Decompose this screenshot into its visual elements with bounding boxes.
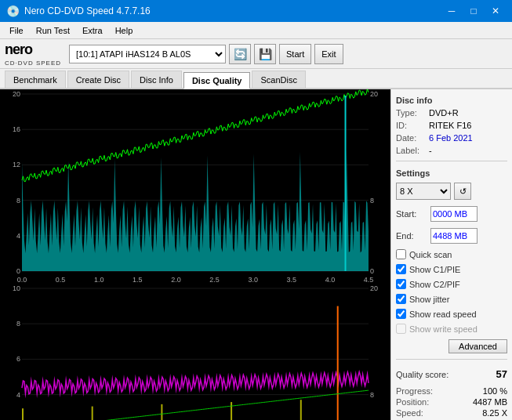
disc-date-value: 6 Feb 2021 [429, 133, 473, 143]
disc-type-label: Type: [396, 108, 426, 118]
end-field[interactable] [430, 228, 478, 244]
tab-scan-disc[interactable]: ScanDisc [252, 71, 305, 88]
show-c2-checkbox[interactable] [396, 279, 406, 289]
menu-file[interactable]: File [3, 24, 30, 37]
tab-disc-quality[interactable]: Disc Quality [183, 72, 251, 89]
tab-benchmark[interactable]: Benchmark [5, 71, 66, 88]
toolbar: nero CD·DVD SPEED [10:1] ATAPI iHAS124 B… [0, 39, 512, 69]
show-c2-label: Show C2/PIF [409, 280, 460, 289]
show-c2-row: Show C2/PIF [396, 279, 507, 289]
quality-score-row: Quality score: 57 [396, 368, 507, 380]
separator-1 [396, 161, 507, 161]
show-write-speed-checkbox [396, 324, 406, 334]
start-row: Start: [396, 206, 507, 222]
exit-button[interactable]: Exit [314, 44, 343, 64]
menu-bar: File Run Test Extra Help [0, 22, 512, 39]
show-jitter-row: Show jitter [396, 294, 507, 304]
show-write-speed-row: Show write speed [396, 324, 507, 334]
quick-scan-row: Quick scan [396, 249, 507, 259]
quality-score-value: 57 [496, 368, 507, 380]
start-button[interactable]: Start [279, 44, 311, 64]
menu-run-test[interactable]: Run Test [30, 24, 76, 37]
save-button[interactable]: 💾 [254, 44, 276, 64]
end-label: End: [396, 231, 427, 241]
quick-scan-checkbox[interactable] [396, 249, 406, 259]
disc-date-label: Date: [396, 133, 426, 143]
refresh-settings-button[interactable]: ↺ [454, 183, 471, 200]
logo-text: nero [5, 42, 61, 58]
refresh-button[interactable]: 🔄 [229, 44, 251, 64]
menu-extra[interactable]: Extra [76, 24, 109, 37]
tabs: Benchmark Create Disc Disc Info Disc Qua… [0, 69, 512, 89]
charts-and-stats: PI Errors Average: 1.01 Maximum: 20 Tota… [0, 89, 391, 420]
disc-id-row: ID: RITEK F16 [396, 121, 507, 130]
progress-progress-row: Progress: 100 % [396, 386, 507, 396]
disc-id-value: RITEK F16 [429, 121, 471, 130]
show-c1-row: Show C1/PIE [396, 264, 507, 274]
start-label: Start: [396, 209, 427, 219]
disc-label-label: Label: [396, 146, 426, 155]
progress-progress-label: Progress: [396, 386, 433, 396]
title-bar-text: Nero CD-DVD Speed 4.7.7.16 [24, 5, 151, 16]
show-jitter-checkbox[interactable] [396, 294, 406, 304]
progress-speed-row: Speed: 8.25 X [396, 408, 507, 418]
drive-select[interactable]: [10:1] ATAPI iHAS124 B AL0S [69, 45, 226, 63]
advanced-button[interactable]: Advanced [448, 339, 507, 353]
progress-speed-value: 8.25 X [482, 408, 507, 418]
lower-chart [0, 284, 390, 420]
show-c1-label: Show C1/PIE [409, 265, 460, 274]
progress-position-row: Position: 4487 MB [396, 397, 507, 407]
show-read-speed-label: Show read speed [409, 310, 477, 319]
progress-position-label: Position: [396, 397, 429, 407]
title-bar: 💿 Nero CD-DVD Speed 4.7.7.16 ─ □ ✕ [0, 0, 512, 22]
progress-progress-value: 100 % [483, 386, 507, 396]
logo-sub: CD·DVD SPEED [5, 60, 61, 67]
separator-2 [396, 359, 507, 360]
speed-row: 8 X ↺ [396, 183, 507, 200]
main-content: PI Errors Average: 1.01 Maximum: 20 Tota… [0, 89, 512, 420]
app-icon: 💿 [6, 5, 20, 17]
maximize-button[interactable]: □ [463, 3, 484, 19]
menu-help[interactable]: Help [109, 24, 140, 37]
minimize-button[interactable]: ─ [441, 3, 462, 19]
disc-label-value: - [429, 146, 432, 155]
disc-type-value: DVD+R [429, 108, 459, 118]
quality-score-label: Quality score: [396, 370, 448, 379]
settings-title: Settings [396, 168, 507, 178]
title-bar-left: 💿 Nero CD-DVD Speed 4.7.7.16 [6, 5, 151, 17]
progress-speed-label: Speed: [396, 408, 423, 418]
upper-chart [0, 89, 390, 284]
disc-type-row: Type: DVD+R [396, 108, 507, 118]
disc-date-row: Date: 6 Feb 2021 [396, 133, 507, 143]
start-field[interactable] [430, 206, 478, 222]
progress-rows: Progress: 100 % Position: 4487 MB Speed:… [396, 386, 507, 418]
show-write-speed-label: Show write speed [409, 324, 478, 334]
disc-label-row: Label: - [396, 146, 507, 155]
title-bar-controls: ─ □ ✕ [441, 3, 506, 19]
logo: nero CD·DVD SPEED [5, 42, 61, 67]
speed-select[interactable]: 8 X [396, 183, 451, 200]
show-read-speed-row: Show read speed [396, 309, 507, 319]
end-row: End: [396, 228, 507, 244]
disc-info-title: Disc info [396, 96, 507, 105]
progress-position-value: 4487 MB [473, 397, 507, 407]
show-read-speed-checkbox[interactable] [396, 309, 406, 319]
quick-scan-label: Quick scan [409, 250, 452, 259]
charts-area [0, 89, 391, 420]
show-jitter-label: Show jitter [409, 295, 449, 304]
tab-create-disc[interactable]: Create Disc [67, 71, 129, 88]
show-c1-checkbox[interactable] [396, 264, 406, 274]
tab-disc-info[interactable]: Disc Info [131, 71, 182, 88]
disc-id-label: ID: [396, 121, 426, 130]
right-panel: Disc info Type: DVD+R ID: RITEK F16 Date… [391, 89, 512, 420]
close-button[interactable]: ✕ [485, 3, 506, 19]
